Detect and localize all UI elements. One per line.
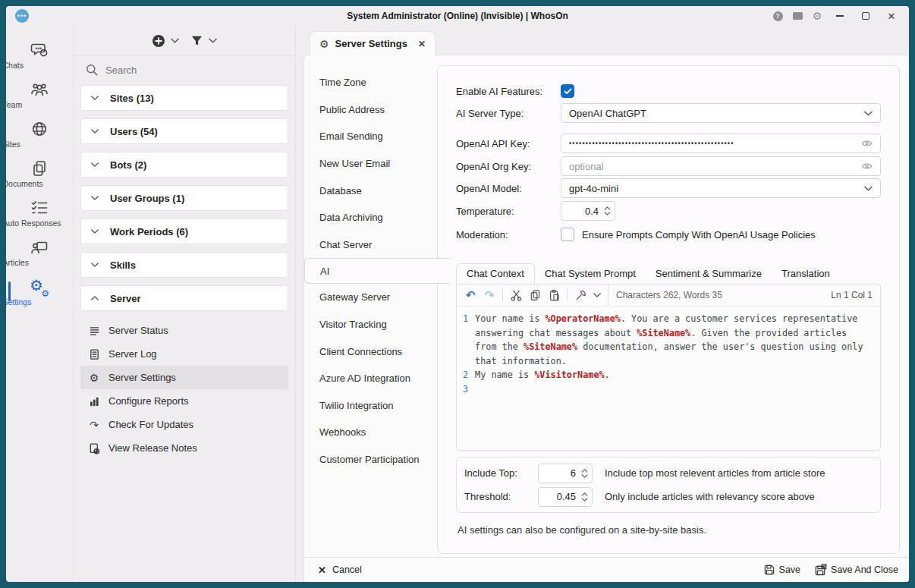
help-button[interactable]: ? xyxy=(768,6,788,26)
tree-item-configure-reports[interactable]: Configure Reports xyxy=(80,389,288,413)
tab-sentiment-summarize[interactable]: Sentiment & Summarize xyxy=(646,263,772,284)
add-dropdown-chevron-icon[interactable] xyxy=(171,38,179,43)
nav-item-twilio-integration[interactable]: Twilio Integration xyxy=(304,392,437,420)
rail-item-chats[interactable]: Chats xyxy=(6,41,73,70)
moderation-checkbox-label: Ensure Prompts Comply With OpenAI Usage … xyxy=(582,229,816,241)
tree-group-bots[interactable]: Bots (2) xyxy=(80,152,288,178)
rail-item-sites[interactable]: Sites xyxy=(6,120,73,149)
nav-item-azure-ad-integration[interactable]: Azure AD Integration xyxy=(304,365,437,392)
tree-item-server-status[interactable]: Server Status xyxy=(80,319,288,342)
tab-content-sheet: Time Zone Public Address Email Sending N… xyxy=(303,55,909,582)
paste-button[interactable] xyxy=(548,289,560,301)
rail-item-articles[interactable]: Articles xyxy=(6,238,73,267)
save-label: Save xyxy=(779,564,801,575)
tree-item-label: View Release Notes xyxy=(108,442,197,454)
chevron-down-icon[interactable] xyxy=(581,498,588,502)
stepper-arrows[interactable] xyxy=(581,469,588,478)
check-icon xyxy=(564,88,572,95)
api-key-input[interactable] xyxy=(569,140,855,147)
save-and-close-button[interactable]: Save And Close xyxy=(814,564,898,577)
tree-group-work-periods[interactable]: Work Periods (6) xyxy=(80,219,288,244)
tree-group-sites[interactable]: Sites (13) xyxy=(80,85,288,111)
tree-group-server[interactable]: Server xyxy=(80,285,288,311)
stepper-arrows[interactable] xyxy=(604,206,611,215)
prompt-tabs: Chat Context Chat System Prompt Sentimen… xyxy=(456,263,881,284)
tree-search xyxy=(74,56,295,83)
group-label: Bots (2) xyxy=(110,159,146,171)
tab-translation[interactable]: Translation xyxy=(772,263,840,284)
chevron-up-icon[interactable] xyxy=(604,206,611,210)
nav-item-gateway-server[interactable]: Gateway Server xyxy=(304,284,437,311)
enable-ai-checkbox[interactable] xyxy=(561,84,574,98)
model-select[interactable]: gpt-4o-mini xyxy=(561,178,881,198)
save-button[interactable]: Save xyxy=(763,564,801,576)
tab-server-settings[interactable]: ⚙ Server Settings ✕ xyxy=(310,31,435,55)
tab-close-icon[interactable]: ✕ xyxy=(418,39,426,49)
copy-button[interactable] xyxy=(529,289,541,301)
toolbar-separator xyxy=(502,289,503,301)
undo-button[interactable]: ↶ xyxy=(464,289,476,301)
filter-button[interactable] xyxy=(190,35,203,47)
nav-item-visitor-tracking[interactable]: Visitor Tracking xyxy=(304,311,437,338)
person-board-icon xyxy=(30,238,49,256)
tree-item-server-settings[interactable]: ⚙ Server Settings xyxy=(80,366,288,389)
nav-item-webhooks[interactable]: Webhooks xyxy=(304,419,437,446)
nav-item-client-connections[interactable]: Client Connections xyxy=(304,338,437,365)
nav-item-database[interactable]: Database xyxy=(304,177,437,204)
nav-item-new-user-email[interactable]: New User Email xyxy=(304,150,437,178)
reveal-password-icon[interactable] xyxy=(861,139,873,148)
tree-item-view-release-notes[interactable]: View Release Notes xyxy=(80,436,288,460)
maximize-button[interactable] xyxy=(853,6,879,26)
tree-group-users[interactable]: Users (54) xyxy=(80,118,288,144)
nav-item-ai[interactable]: AI xyxy=(304,258,450,284)
line-number: 2 xyxy=(463,368,475,382)
close-button[interactable]: ✕ xyxy=(879,6,904,26)
nav-item-email-sending[interactable]: Email Sending xyxy=(304,123,437,150)
ai-server-type-select[interactable]: OpenAI ChatGPT xyxy=(561,103,881,123)
nav-item-customer-participation[interactable]: Customer Participation xyxy=(304,446,437,473)
rail-item-settings[interactable]: ⚙ ⚙ Settings xyxy=(6,278,73,307)
nav-item-data-archiving[interactable]: Data Archiving xyxy=(304,204,437,231)
line-content: Your name is %OperatorName%. You are a c… xyxy=(475,312,874,368)
tab-chat-context[interactable]: Chat Context xyxy=(456,263,535,284)
include-top-stepper[interactable]: 6 xyxy=(538,464,593,483)
rail-item-auto-responses[interactable]: Auto Responses xyxy=(6,199,73,228)
editor-text-area[interactable]: 1Your name is %OperatorName%. You are a … xyxy=(457,307,880,450)
rail-item-team[interactable]: Team xyxy=(6,80,73,109)
rail-item-documents[interactable]: Documents xyxy=(6,159,73,188)
threshold-stepper[interactable]: 0.45 xyxy=(538,487,593,507)
tree-item-check-for-updates[interactable]: ↷ Check For Updates xyxy=(80,413,288,436)
tree-group-user-groups[interactable]: User Groups (1) xyxy=(80,185,288,211)
feedback-button[interactable] xyxy=(788,6,807,26)
tree-group-skills[interactable]: Skills xyxy=(80,252,288,278)
chevron-down-icon[interactable] xyxy=(581,474,588,478)
tools-dropdown-chevron-icon[interactable] xyxy=(593,293,601,297)
rail-label: Auto Responses xyxy=(6,219,77,228)
moderation-checkbox[interactable] xyxy=(561,228,574,241)
chevron-up-icon[interactable] xyxy=(581,469,588,473)
tools-button[interactable] xyxy=(574,289,586,301)
chevron-down-icon xyxy=(91,196,99,200)
nav-item-chat-server[interactable]: Chat Server xyxy=(304,231,437,259)
chevron-up-icon[interactable] xyxy=(581,492,588,496)
app-settings-button[interactable]: ⚙ xyxy=(807,6,827,26)
chevron-down-icon[interactable] xyxy=(604,212,611,215)
stepper-arrows[interactable] xyxy=(581,492,588,502)
add-button[interactable] xyxy=(152,34,165,48)
minimize-button[interactable] xyxy=(827,6,853,26)
document-tab-strip: ⚙ Server Settings ✕ xyxy=(303,26,909,55)
search-input[interactable] xyxy=(105,64,257,76)
tab-chat-system-prompt[interactable]: Chat System Prompt xyxy=(535,263,646,284)
nav-item-public-address[interactable]: Public Address xyxy=(304,96,437,124)
redo-button[interactable]: ↷ xyxy=(483,289,495,301)
filter-dropdown-chevron-icon[interactable] xyxy=(209,38,217,43)
cancel-button[interactable]: ✕ Cancel xyxy=(318,564,362,576)
nav-item-time-zone[interactable]: Time Zone xyxy=(304,69,437,96)
group-label: Users (54) xyxy=(110,126,158,137)
cut-button[interactable] xyxy=(510,289,522,301)
org-key-input[interactable] xyxy=(569,161,855,172)
temperature-stepper[interactable]: 0.4 xyxy=(561,201,615,221)
tree-item-server-log[interactable]: Server Log xyxy=(80,342,288,366)
threshold-description: Only include articles with relevancy sco… xyxy=(605,491,815,502)
reveal-password-icon[interactable] xyxy=(861,162,873,171)
